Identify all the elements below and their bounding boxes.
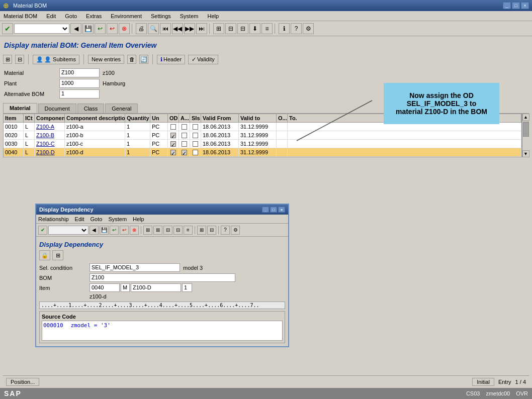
inner-icon1[interactable]: ⊞ bbox=[143, 226, 152, 235]
initial-button[interactable]: Initial bbox=[472, 378, 494, 386]
cell-a-0040[interactable]: ✓ bbox=[179, 148, 190, 156]
inner-custom-icon[interactable]: ⚙ bbox=[231, 226, 240, 235]
cell-a-0020[interactable] bbox=[179, 131, 190, 139]
grid-icon[interactable]: ⊞ bbox=[213, 23, 224, 34]
maximize-button[interactable]: □ bbox=[512, 2, 520, 9]
validity-button[interactable]: ✓ Validity bbox=[188, 55, 218, 64]
download-icon[interactable]: ⬇ bbox=[249, 23, 260, 34]
inner-help-icon[interactable]: ? bbox=[221, 226, 230, 235]
collapse-icon[interactable]: ⊟ bbox=[15, 55, 24, 64]
tab-material[interactable]: Material bbox=[3, 103, 37, 113]
save-icon[interactable]: 💾 bbox=[82, 23, 94, 34]
cell-rest-0020 bbox=[288, 131, 521, 139]
close-button[interactable]: × bbox=[521, 2, 529, 9]
inner-table-icon[interactable]: ⊞ bbox=[52, 250, 63, 260]
menu-help[interactable]: Help bbox=[206, 13, 220, 19]
scroll-thumb[interactable] bbox=[523, 122, 529, 137]
table-row[interactable]: 0020 L Z100-B z100-b 1 PC ✓ 18.06.2013 3… bbox=[4, 131, 521, 140]
inner-menu-goto[interactable]: Goto bbox=[91, 216, 103, 222]
first-icon[interactable]: ⏮ bbox=[160, 23, 171, 34]
inner-maximize[interactable]: □ bbox=[270, 207, 277, 213]
cell-validfrom-0030: 18.06.2013 bbox=[201, 140, 239, 148]
inner-icon6[interactable]: ⊞ bbox=[197, 226, 206, 235]
plant-input: 1000 bbox=[59, 79, 100, 88]
inner-lock-icon[interactable]: 🔒 bbox=[39, 250, 50, 260]
delete-icon[interactable]: 🗑 bbox=[127, 55, 136, 64]
expand-icon[interactable]: ⊞ bbox=[3, 55, 12, 64]
inner-stop-icon[interactable]: ⊗ bbox=[130, 226, 139, 235]
inner-menu-system[interactable]: System bbox=[108, 216, 127, 222]
find-icon[interactable]: 🔍 bbox=[148, 23, 159, 34]
back-icon[interactable]: ◀ bbox=[70, 23, 81, 34]
inner-icon5[interactable]: ≡ bbox=[184, 226, 193, 235]
last-icon[interactable]: ⏭ bbox=[196, 23, 207, 34]
inner-menu-edit[interactable]: Edit bbox=[75, 216, 84, 222]
subitems-button[interactable]: 👤 👤 Subitems bbox=[33, 55, 79, 64]
cell-od-0010[interactable] bbox=[168, 123, 179, 131]
prev-icon[interactable]: ◀◀ bbox=[172, 23, 183, 34]
position-button[interactable]: Position... bbox=[6, 378, 39, 386]
inner-close[interactable]: × bbox=[278, 207, 285, 213]
inner-refresh2-icon[interactable]: ↩ bbox=[120, 226, 129, 235]
inner-icon4[interactable]: ⊟ bbox=[173, 226, 183, 235]
next-icon[interactable]: ▶▶ bbox=[184, 23, 195, 34]
source-code-area: Source Code 000010 zmodel = '3' bbox=[39, 311, 285, 343]
table-row-selected[interactable]: 0040 L Z100-D z100-d 1 PC ✓ ✓ 18.06.2013… bbox=[4, 148, 521, 157]
inner-icon3[interactable]: ⊟ bbox=[163, 226, 172, 235]
menu-edit[interactable]: Edit bbox=[45, 13, 57, 19]
header-button[interactable]: ℹ Header bbox=[157, 55, 185, 64]
help-icon[interactable]: ? bbox=[291, 23, 302, 34]
cell-a-0030[interactable] bbox=[179, 140, 190, 148]
new-entries-button[interactable]: New entries bbox=[88, 55, 124, 64]
inner-dropdown[interactable] bbox=[48, 226, 88, 235]
callout-box: Now assign the OD SEL_IF_MODEL_3 to mate… bbox=[384, 83, 499, 124]
inner-save-icon[interactable]: 💾 bbox=[100, 226, 109, 235]
inner-menu-relationship[interactable]: Relationship bbox=[38, 216, 69, 222]
menu-environment[interactable]: Environment bbox=[109, 13, 143, 19]
inner-refresh1-icon[interactable]: ↩ bbox=[110, 226, 119, 235]
cell-a-0010[interactable] bbox=[179, 123, 190, 131]
options-icon[interactable]: ⊟ bbox=[237, 23, 248, 34]
cell-od2-0040 bbox=[277, 148, 288, 156]
inner-icon2[interactable]: ⊞ bbox=[153, 226, 162, 235]
customize-icon[interactable]: ⚙ bbox=[303, 23, 314, 34]
cell-od-0020[interactable]: ✓ bbox=[168, 131, 179, 139]
stop-icon[interactable]: ⊗ bbox=[119, 23, 130, 34]
cell-sis-0010[interactable] bbox=[190, 123, 201, 131]
menu-extras[interactable]: Extras bbox=[84, 13, 103, 19]
sort-icon[interactable]: ≡ bbox=[261, 23, 273, 34]
cell-sis-0040[interactable] bbox=[190, 148, 201, 156]
tab-document[interactable]: Document bbox=[38, 104, 76, 113]
inner-menu-help[interactable]: Help bbox=[133, 216, 144, 222]
scroll-down-btn[interactable]: ▼ bbox=[522, 150, 529, 157]
inner-minimize[interactable]: _ bbox=[262, 207, 269, 213]
cell-item-0020: 0020 bbox=[4, 131, 24, 139]
menu-material-bom[interactable]: Material BOM bbox=[2, 13, 39, 19]
columns-icon[interactable]: ⊟ bbox=[225, 23, 236, 34]
refresh-icon[interactable]: 🔄 bbox=[139, 55, 148, 64]
minimize-button[interactable]: _ bbox=[503, 2, 511, 9]
info-icon[interactable]: ℹ bbox=[279, 23, 290, 34]
refresh1-icon[interactable]: ↩ bbox=[95, 23, 106, 34]
table-row[interactable]: 0030 L Z100-C z100-c 1 PC ✓ 18.06.2013 3… bbox=[4, 140, 521, 148]
cell-od-0040[interactable]: ✓ bbox=[168, 148, 179, 156]
check-icon[interactable]: ✔ bbox=[2, 23, 13, 34]
nav-dropdown[interactable] bbox=[14, 24, 69, 34]
print-icon[interactable]: 🖨 bbox=[136, 23, 147, 34]
refresh2-icon[interactable]: ↩ bbox=[107, 23, 118, 34]
menu-system[interactable]: System bbox=[179, 13, 200, 19]
scroll-up-btn[interactable]: ▲ bbox=[522, 114, 529, 121]
menu-goto[interactable]: Goto bbox=[63, 13, 78, 19]
inner-section-header: Display Dependency bbox=[39, 240, 285, 250]
inner-icon7[interactable]: ⊟ bbox=[207, 226, 216, 235]
main-toolbar: ✔ ◀ 💾 ↩ ↩ ⊗ 🖨 🔍 ⏮ ◀◀ ▶▶ ⏭ ⊞ ⊟ ⊟ ⬇ ≡ ℹ ? … bbox=[0, 21, 532, 36]
table-scrollbar[interactable]: ▲ ▼ bbox=[522, 114, 529, 157]
inner-check-icon[interactable]: ✔ bbox=[38, 226, 47, 235]
cell-sis-0030[interactable] bbox=[190, 140, 201, 148]
cell-od-0030[interactable]: ✓ bbox=[168, 140, 179, 148]
menu-settings[interactable]: Settings bbox=[149, 13, 172, 19]
inner-back-icon[interactable]: ◀ bbox=[90, 226, 99, 235]
cell-sis-0020[interactable] bbox=[190, 131, 201, 139]
tab-general[interactable]: General bbox=[105, 104, 138, 113]
tab-class[interactable]: Class bbox=[77, 104, 105, 113]
